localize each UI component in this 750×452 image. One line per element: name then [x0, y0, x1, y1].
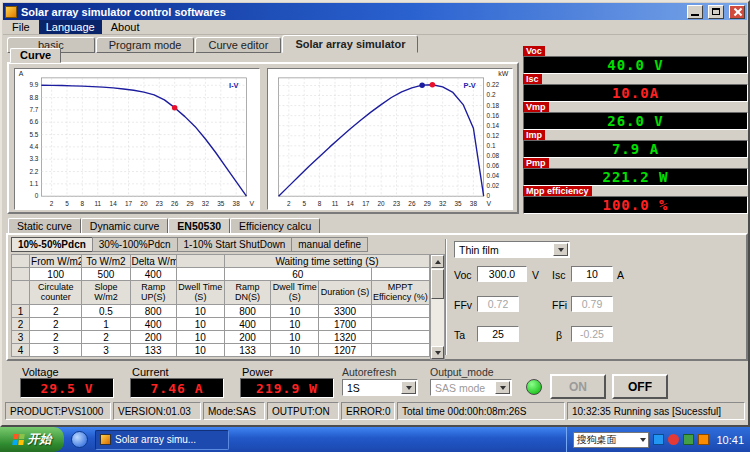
scrollbar-thumb[interactable]: [431, 269, 444, 299]
mpp-efficiency-label: Mpp efficiency: [523, 186, 592, 196]
svg-text:26: 26: [171, 200, 179, 207]
svg-text:V: V: [487, 200, 492, 207]
vmp-label: Vmp: [523, 102, 549, 112]
svg-text:29: 29: [186, 200, 194, 207]
svg-text:0.02: 0.02: [487, 182, 500, 189]
svg-text:0: 0: [487, 192, 491, 199]
readout-vmp: Vmp 26.0 V: [523, 102, 748, 130]
tab-solar-array-simulator[interactable]: Solar array simulator: [282, 35, 418, 53]
subtab-start-shutdown[interactable]: 1-10% Start ShutDown: [177, 237, 292, 252]
maximize-button[interactable]: [708, 5, 724, 19]
autorefresh-select[interactable]: 1S: [342, 379, 418, 396]
tab-program-mode[interactable]: Program mode: [96, 37, 195, 53]
output-mode-label: Output_mode: [430, 366, 494, 378]
app-icon-small: [100, 434, 111, 445]
from-value[interactable]: 100: [30, 268, 82, 281]
beta-input[interactable]: [571, 326, 613, 342]
table-row: 1 20.5 80010 80010 3300: [12, 305, 430, 318]
current-value: 7.46 A: [151, 381, 204, 396]
subtab-10-50-pdcn[interactable]: 10%-50%Pdcn: [11, 237, 92, 252]
col-dwell-1: Dwell Time (S): [176, 281, 224, 305]
chevron-down-icon[interactable]: [401, 381, 416, 394]
tab-efficiency-calcu[interactable]: Efficiency calcu: [230, 218, 320, 234]
isc-unit-label: A: [617, 269, 624, 281]
svg-text:0.12: 0.12: [487, 132, 500, 139]
ta-label: Ta: [454, 329, 465, 341]
voltage-display: 29.5 V: [20, 378, 114, 398]
voc-param-input[interactable]: [477, 266, 527, 282]
tab-curve[interactable]: Curve: [10, 48, 61, 63]
menu-language[interactable]: Language: [39, 20, 102, 34]
col-ramp-dn: Ramp DN(S): [224, 281, 270, 305]
current-label: Current: [132, 366, 169, 378]
scroll-up-button[interactable]: [431, 255, 444, 268]
svg-text:32: 32: [439, 200, 447, 207]
svg-text:32: 32: [202, 200, 210, 207]
svg-text:8: 8: [81, 200, 85, 207]
isc-param-input[interactable]: [571, 266, 613, 282]
menu-about[interactable]: About: [104, 20, 147, 34]
menu-file[interactable]: File: [5, 20, 37, 34]
subtab-30-100-pdcn[interactable]: 30%-100%Pdcn: [92, 237, 177, 252]
pv-curve-chart: 258111417202326293235380.220.20.180.160.…: [267, 68, 513, 210]
maximize-icon: [712, 8, 720, 15]
on-button[interactable]: ON: [550, 374, 606, 399]
isc-param-label: Isc: [552, 269, 565, 281]
scroll-down-button[interactable]: [431, 346, 444, 359]
svg-text:0.1: 0.1: [487, 142, 496, 149]
module-type-select[interactable]: Thin film: [454, 241, 570, 258]
power-label: Power: [242, 366, 273, 378]
tray-icon-3[interactable]: [683, 434, 694, 445]
chevron-down-icon[interactable]: [553, 243, 568, 256]
tab-static-curve[interactable]: Static curve: [8, 218, 81, 234]
quick-launch-icon[interactable]: [71, 431, 88, 448]
chevron-down-icon[interactable]: [495, 381, 510, 394]
svg-text:0.06: 0.06: [487, 162, 500, 169]
waiting-time-value[interactable]: 60: [224, 268, 371, 281]
table-scrollbar[interactable]: [430, 254, 445, 360]
menubar: File Language About: [3, 20, 747, 35]
tray-icon-2[interactable]: [668, 434, 679, 445]
to-value[interactable]: 500: [82, 268, 130, 281]
svg-text:0.22: 0.22: [487, 81, 500, 88]
svg-text:8.8: 8.8: [30, 94, 39, 101]
output-mode-select[interactable]: SAS mode: [430, 379, 512, 396]
ta-input[interactable]: [477, 326, 519, 342]
ffv-input[interactable]: [477, 296, 519, 312]
svg-text:V: V: [249, 200, 254, 207]
voc-label: Voc: [523, 46, 545, 56]
tab-curve-editor[interactable]: Curve editor: [195, 37, 281, 53]
system-tray: 搜狗桌面 10:41: [566, 427, 750, 452]
svg-text:38: 38: [470, 200, 478, 207]
close-button[interactable]: [729, 5, 745, 19]
start-label: 开始: [28, 431, 52, 448]
svg-text:0.04: 0.04: [487, 172, 500, 179]
tray-icon-1[interactable]: [653, 434, 664, 445]
tab-dynamic-curve[interactable]: Dynamic curve: [81, 218, 168, 234]
tab-en50530[interactable]: EN50530: [168, 218, 230, 234]
status-run-state: 10:32:35 Running sas [Sucessful]: [567, 402, 745, 420]
col-duration: Duration (S): [319, 281, 371, 305]
tray-search-box[interactable]: 搜狗桌面: [573, 432, 649, 448]
status-mode: Mode:SAS: [203, 402, 265, 420]
subtab-manual-define[interactable]: manual define: [291, 237, 368, 252]
taskbar-task-button[interactable]: Solar array simu...: [95, 430, 229, 450]
readout-imp: Imp 7.9 A: [523, 130, 748, 158]
taskbar-clock: 10:41: [716, 434, 744, 446]
start-button[interactable]: 开始: [0, 427, 64, 452]
off-button[interactable]: OFF: [612, 374, 668, 399]
triangle-down-icon: [406, 386, 412, 390]
svg-text:6.6: 6.6: [30, 118, 39, 125]
isc-display: 10.0A: [523, 84, 748, 102]
minimize-button[interactable]: [687, 5, 703, 19]
ffi-input[interactable]: [571, 296, 613, 312]
titlebar[interactable]: Solar array simulator control softwares: [3, 3, 747, 20]
svg-text:2: 2: [50, 200, 54, 207]
delta-value[interactable]: 400: [130, 268, 176, 281]
screen: Solar array simulator control softwares …: [0, 0, 750, 452]
table-header-row-1: From W/m2 To W/m2 Delta W/m2 Waiting tim…: [12, 255, 430, 268]
svg-text:35: 35: [454, 200, 462, 207]
col-waiting-time: Waiting time setting (S): [224, 255, 429, 268]
tray-icon-4[interactable]: [698, 434, 709, 445]
module-type-value: Thin film: [459, 244, 499, 256]
